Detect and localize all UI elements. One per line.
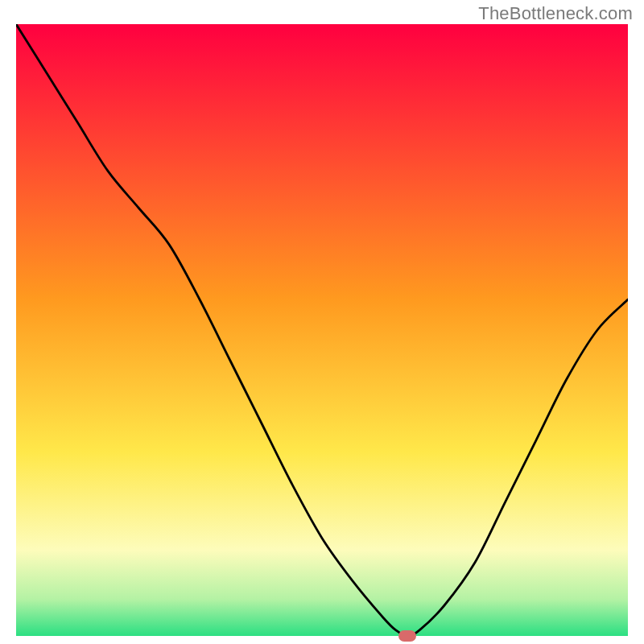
optimal-point-marker: [398, 630, 416, 642]
watermark-text: TheBottleneck.com: [478, 3, 633, 24]
gradient-background: [16, 24, 628, 636]
plot-area: [16, 24, 628, 636]
chart-container: TheBottleneck.com: [0, 0, 644, 644]
bottleneck-curve: [16, 24, 628, 636]
